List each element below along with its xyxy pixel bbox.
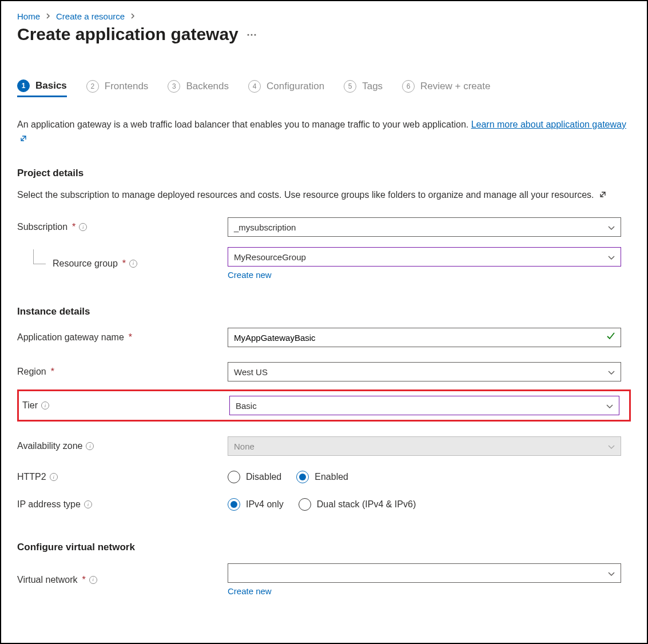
subscription-label: Subscription * i xyxy=(17,222,228,232)
breadcrumb-home[interactable]: Home xyxy=(17,11,40,21)
label-text: Region xyxy=(17,367,46,377)
radio-icon xyxy=(228,498,240,511)
availability-zone-label: Availability zone i xyxy=(17,441,228,451)
subscription-select[interactable]: _mysubscription xyxy=(228,217,621,237)
label-text: Application gateway name xyxy=(17,332,124,343)
http2-label: HTTP2 i xyxy=(17,472,228,482)
tab-label: Configuration xyxy=(267,81,324,92)
tab-label: Backends xyxy=(186,81,229,92)
tab-backends[interactable]: 3 Backends xyxy=(168,80,229,97)
wizard-tabs: 1 Basics 2 Frontends 3 Backends 4 Config… xyxy=(17,79,631,101)
select-value: Basic xyxy=(236,401,257,411)
select-value: _mysubscription xyxy=(234,222,296,232)
label-text: Tier xyxy=(22,400,38,411)
project-details-desc: Select the subscription to manage deploy… xyxy=(17,188,631,203)
checkmark-icon xyxy=(606,332,615,343)
intro-text-content: An application gateway is a web traffic … xyxy=(17,120,471,129)
project-details-heading: Project details xyxy=(17,168,631,179)
chevron-down-icon xyxy=(608,569,615,578)
chevron-down-icon xyxy=(608,442,615,451)
chevron-right-icon xyxy=(46,13,50,21)
tab-basics[interactable]: 1 Basics xyxy=(17,79,67,97)
tab-configuration[interactable]: 4 Configuration xyxy=(248,80,324,97)
create-new-resource-group-link[interactable]: Create new xyxy=(228,270,621,280)
required-mark: * xyxy=(82,575,86,585)
breadcrumb-create-resource[interactable]: Create a resource xyxy=(56,11,125,21)
tab-number: 5 xyxy=(344,80,356,93)
tab-number: 1 xyxy=(17,79,30,92)
page-title-text: Create application gateway xyxy=(17,25,238,44)
info-icon[interactable]: i xyxy=(41,401,49,410)
project-details-desc-text: Select the subscription to manage deploy… xyxy=(17,190,594,200)
tier-label: Tier i xyxy=(22,400,229,411)
radio-label: Dual stack (IPv4 & IPv6) xyxy=(317,499,416,510)
ip-address-type-label: IP address type i xyxy=(17,499,228,510)
intro-text: An application gateway is a web traffic … xyxy=(17,118,631,147)
create-new-vnet-link[interactable]: Create new xyxy=(228,586,621,596)
tab-tags[interactable]: 5 Tags xyxy=(344,80,383,97)
select-value: None xyxy=(234,442,255,451)
dual-stack-radio[interactable]: Dual stack (IPv4 & IPv6) xyxy=(299,498,416,511)
http2-disabled-radio[interactable]: Disabled xyxy=(228,471,281,483)
radio-icon xyxy=(299,498,311,511)
ip-type-radio-group: IPv4 only Dual stack (IPv4 & IPv6) xyxy=(228,498,621,511)
region-select[interactable]: West US xyxy=(228,362,621,381)
region-label: Region * xyxy=(17,367,228,377)
external-link-icon xyxy=(19,133,27,147)
select-value: MyResourceGroup xyxy=(234,252,306,262)
breadcrumb: Home Create a resource xyxy=(17,11,631,21)
tier-row-highlight: Tier i Basic xyxy=(17,389,631,422)
info-icon[interactable]: i xyxy=(84,500,92,508)
info-icon[interactable]: i xyxy=(129,260,137,268)
tab-number: 4 xyxy=(248,80,261,93)
radio-label: Disabled xyxy=(246,472,281,482)
http2-enabled-radio[interactable]: Enabled xyxy=(296,471,348,483)
tab-review-create[interactable]: 6 Review + create xyxy=(402,80,490,97)
tab-number: 2 xyxy=(86,80,99,93)
gateway-name-label: Application gateway name * xyxy=(17,332,228,343)
label-text: IP address type xyxy=(17,499,81,510)
external-link-icon[interactable] xyxy=(599,189,607,203)
label-text: Availability zone xyxy=(17,441,82,451)
info-icon[interactable]: i xyxy=(86,442,94,450)
tier-select[interactable]: Basic xyxy=(229,396,619,415)
tab-label: Tags xyxy=(362,81,383,92)
required-mark: * xyxy=(129,332,132,343)
required-mark: * xyxy=(122,259,126,269)
radio-icon xyxy=(296,471,309,483)
label-text: Subscription xyxy=(17,222,67,232)
label-text: HTTP2 xyxy=(17,472,46,482)
select-value: West US xyxy=(234,367,268,377)
tab-number: 3 xyxy=(168,80,180,93)
virtual-network-label: Virtual network * i xyxy=(17,575,228,585)
info-icon[interactable]: i xyxy=(79,223,87,231)
tab-label: Basics xyxy=(35,80,67,92)
tab-frontends[interactable]: 2 Frontends xyxy=(86,80,149,97)
more-actions-icon[interactable]: ⋯ xyxy=(247,28,258,41)
tree-connector-icon xyxy=(33,249,46,264)
gateway-name-input[interactable] xyxy=(228,328,621,347)
tab-label: Review + create xyxy=(420,81,490,92)
label-text: Virtual network xyxy=(17,575,78,585)
tab-number: 6 xyxy=(402,80,415,93)
chevron-down-icon xyxy=(608,222,615,232)
info-icon[interactable]: i xyxy=(50,473,58,481)
resource-group-label: Resource group * i xyxy=(17,259,228,269)
info-icon[interactable]: i xyxy=(89,576,97,584)
radio-icon xyxy=(228,471,240,483)
instance-details-heading: Instance details xyxy=(17,306,631,317)
virtual-network-select[interactable] xyxy=(228,563,621,583)
chevron-down-icon xyxy=(608,367,615,377)
resource-group-select[interactable]: MyResourceGroup xyxy=(228,247,621,267)
page-title: Create application gateway ⋯ xyxy=(17,25,631,44)
radio-label: IPv4 only xyxy=(246,499,284,510)
chevron-down-icon xyxy=(606,401,613,411)
required-mark: * xyxy=(72,222,75,232)
tab-label: Frontends xyxy=(105,81,149,92)
http2-radio-group: Disabled Enabled xyxy=(228,471,621,483)
availability-zone-select: None xyxy=(228,436,621,456)
ipv4-only-radio[interactable]: IPv4 only xyxy=(228,498,284,511)
radio-label: Enabled xyxy=(315,472,348,482)
required-mark: * xyxy=(51,367,54,377)
label-text: Resource group xyxy=(53,259,118,269)
